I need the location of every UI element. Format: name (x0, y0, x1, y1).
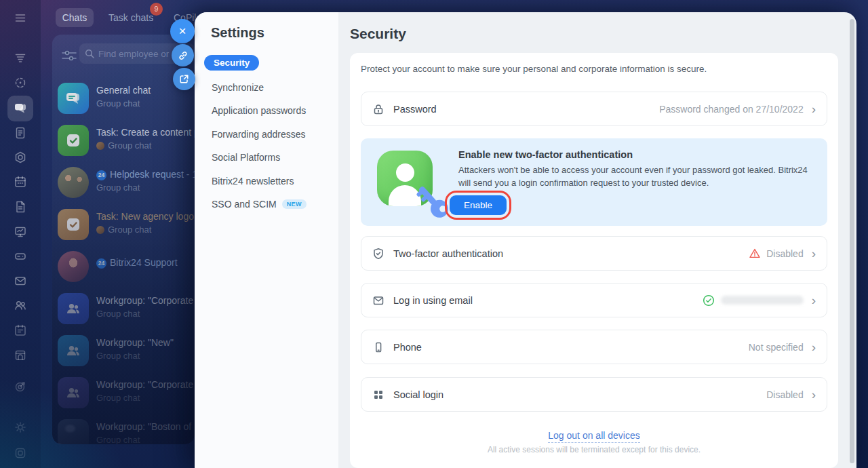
nav-item-application-passwords[interactable]: Application passwords (212, 105, 306, 116)
new-badge: NEW (282, 199, 307, 209)
nav-item-social-platforms[interactable]: Social Platforms (212, 152, 280, 163)
social-login-row[interactable]: Social login Disabled› (361, 377, 827, 412)
chat-item[interactable]: General chat Group chat (52, 78, 195, 120)
logout-link[interactable]: Log out on all devices (548, 430, 639, 443)
nav-item-newsletters[interactable]: Bitrix24 newsletters (212, 176, 294, 187)
logout-note: All active sessions will be terminated e… (350, 445, 838, 454)
chat-subtitle: Group chat (96, 98, 140, 109)
success-check-icon (703, 294, 715, 307)
task-avatar (58, 125, 89, 156)
chat-subtitle: Group chat (96, 225, 151, 235)
copy-link-button[interactable] (172, 44, 194, 66)
chevron-right-icon: › (812, 388, 816, 401)
chat-item[interactable]: Workgroup: "Boston of Group chat (52, 414, 195, 444)
promo-title: Enable new two-factor authentication (458, 149, 633, 160)
gear-icon[interactable] (7, 414, 33, 440)
company-icon[interactable] (7, 342, 33, 368)
chat-title: Workgroup: "Boston of (96, 421, 195, 432)
workgroup-avatar (58, 377, 89, 408)
blurred-email-value (721, 296, 804, 305)
calendar-icon[interactable] (7, 169, 33, 195)
scrollbar-thumb[interactable] (850, 19, 854, 463)
chat-title: 24Bitrix24 Support (96, 257, 195, 269)
chat-item[interactable]: Workgroup: "Corporate Group chat (52, 288, 195, 330)
row-label: Password (393, 104, 437, 115)
bitrix24-badge: 24 (96, 170, 106, 180)
twofactor-row[interactable]: Two-factor authentication Disabled› (361, 236, 827, 271)
chat-item[interactable]: 24Helpdesk request - 1 Group chat (52, 162, 195, 204)
photo-avatar (58, 251, 89, 282)
chat-subtitle: Group chat (96, 309, 140, 319)
chevron-right-icon: › (812, 247, 816, 260)
schedule-icon[interactable] (7, 317, 33, 343)
security-card: Protect your account to make sure your p… (350, 53, 838, 468)
logout-all-devices: Log out on all devices (350, 430, 838, 441)
chat-item[interactable]: 24Bitrix24 Support (52, 246, 195, 288)
chat-item[interactable]: Task: New agency logo Group chat (52, 204, 195, 246)
nav-item-synchronize[interactable]: Synchronize (212, 82, 264, 93)
chats-icon[interactable] (7, 96, 33, 121)
tasks-icon[interactable] (7, 120, 33, 146)
crm-icon[interactable] (7, 144, 33, 170)
open-in-new-button[interactable] (173, 68, 195, 90)
search-icon (85, 49, 94, 58)
docs-icon[interactable] (7, 194, 33, 220)
tab-task-chats[interactable]: Task chats (108, 8, 153, 27)
nav-item-forwarding-addresses[interactable]: Forwarding addresses (212, 129, 306, 140)
chat-subtitle: Group chat (96, 140, 151, 151)
shield-icon (372, 248, 384, 260)
phone-row[interactable]: Phone Not specified› (361, 330, 827, 364)
page-title: Security (350, 26, 406, 42)
photo-avatar (58, 419, 89, 444)
chat-subtitle: Group chat (96, 182, 140, 193)
drive-icon[interactable] (7, 243, 33, 269)
nav-item-sso-scim[interactable]: SSO and SCIMNEW (212, 199, 307, 210)
menu-icon[interactable] (7, 5, 33, 31)
row-label: Two-factor authentication (393, 248, 503, 259)
chat-subtitle: Group chat (96, 393, 140, 403)
password-row[interactable]: Password Password changed on 27/10/2022› (361, 92, 827, 126)
nav-item-security[interactable]: Security (204, 55, 259, 71)
task-chats-badge: 9 (150, 3, 163, 16)
people-icon[interactable] (7, 292, 33, 318)
chat-subtitle: Group chat (96, 351, 140, 361)
photo-avatar (58, 167, 89, 198)
row-value: Disabled (766, 389, 803, 400)
close-slider-button[interactable]: × (170, 19, 195, 43)
intro-text: Protect your account to make sure your p… (361, 64, 707, 74)
workgroup-avatar (58, 335, 89, 366)
chat-title: Workgroup: "Corporate (96, 379, 195, 390)
feed-icon[interactable] (7, 45, 33, 71)
enable-button[interactable]: Enable (450, 195, 507, 215)
chevron-right-icon: › (812, 102, 816, 115)
chat-item[interactable]: Workgroup: "Corporate Group chat (52, 372, 195, 414)
promo-body: Attackers won't be able to access your a… (458, 164, 822, 190)
mail-icon[interactable] (7, 268, 33, 294)
row-value: Password changed on 27/10/2022 (659, 104, 804, 115)
task-avatar (58, 209, 89, 240)
chat-title: Workgroup: "New" (96, 337, 195, 348)
chat-title: Task: New agency logo (96, 211, 195, 222)
marketing-icon[interactable] (7, 374, 33, 399)
boards-icon[interactable] (7, 219, 33, 245)
twofactor-promo-card: Enable new two-factor authentication Att… (361, 138, 827, 226)
email-row[interactable]: Log in using email › (361, 283, 827, 317)
highlight-ring: Enable (445, 191, 511, 220)
filter-icon[interactable] (61, 50, 77, 62)
envelope-icon (372, 294, 384, 307)
settings-title: Settings (211, 25, 264, 41)
mini-avatar (96, 226, 104, 234)
apps-icon[interactable] (7, 440, 33, 466)
row-label: Social login (393, 389, 443, 400)
search-input[interactable] (98, 49, 173, 59)
chat-subtitle: Group chat (96, 435, 140, 444)
workgroup-avatar (58, 293, 89, 324)
tab-chats[interactable]: Chats (56, 8, 94, 27)
chevron-right-icon: › (812, 294, 816, 307)
warning-icon (749, 248, 760, 258)
row-value: Not specified (749, 342, 804, 353)
chat-title: Task: Create a content p (96, 127, 195, 138)
copilot-icon[interactable] (7, 70, 33, 96)
chat-item[interactable]: Workgroup: "New" Group chat (52, 330, 195, 372)
chat-item[interactable]: Task: Create a content p Group chat (52, 120, 195, 162)
